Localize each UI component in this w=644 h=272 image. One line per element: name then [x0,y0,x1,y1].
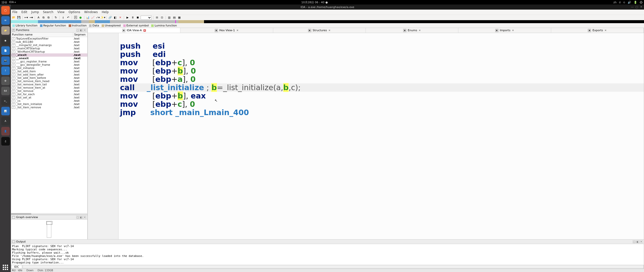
dock-monitor[interactable]: 📊 [1,107,10,115]
graph-icon[interactable]: ◧ [113,16,117,20]
function-row[interactable]: f_list_for_each.text [11,93,87,96]
disasm-view[interactable]: push esi push edi mov [ebp+c], 0 mov [eb… [88,33,644,265]
dock-avatar[interactable]: 👤 [1,127,10,135]
tray-power-icon[interactable]: ⏻ [640,1,642,4]
menu-options[interactable]: Options [69,10,80,14]
dock-office[interactable]: 📄 [1,46,10,55]
back-icon[interactable]: ←▾ [24,16,28,20]
function-row[interactable]: f_atexit.text [11,53,87,57]
dock-updates[interactable]: A [1,117,10,125]
tray-ime[interactable]: zh [613,1,617,4]
function-row[interactable]: f_list_add_item_before.text [11,76,87,80]
menu-search[interactable]: Search [43,10,53,14]
close-icon[interactable]: ✕ [640,6,642,8]
tray-battery-icon[interactable]: 🔋 [634,1,637,4]
open-icon[interactable]: 📂 [12,16,16,20]
function-row[interactable]: f_WinMainCRTStartup.text [11,50,87,53]
panel-close-icon[interactable]: ✕ [83,29,86,32]
reanalyze-icon[interactable]: ↻ [54,16,58,20]
show-apps-button[interactable] [3,265,8,270]
function-row[interactable]: f_mainCRTStartup.text [11,47,87,50]
function-row[interactable]: f___gcc_deregister_frame.text [11,63,87,66]
struct-icon[interactable]: ▥ [167,16,171,20]
panel-close-icon[interactable]: ✕ [83,216,86,219]
bin-search-icon[interactable]: ⧉ [42,16,46,20]
menu-windows[interactable]: Windows [84,10,98,14]
panel-float-icon[interactable]: ◧ [80,29,83,32]
functions-col-segment[interactable]: Segmen [73,32,87,37]
text-search-icon[interactable]: A [36,16,41,20]
save-icon[interactable]: 💾 [17,16,21,20]
view-tab[interactable]: ▦Hex View-1✕ [180,28,273,33]
clock[interactable]: 10月28日 06 : 40 [301,1,325,4]
function-row[interactable]: f_list_remove_item_at.text [11,86,87,89]
function-row[interactable]: f_list_remove_item_head.text [11,80,87,83]
dock-screenshot[interactable]: 📷 [1,56,10,65]
dock-terminal[interactable]: >_ [1,97,10,105]
view-tab[interactable]: ▦IDA View-A✕ [88,28,180,33]
panel-restore-icon[interactable]: ▢ [633,240,636,243]
function-row[interactable]: f_list_set_at.text [11,96,87,99]
chart-icon[interactable]: 📊 [86,16,90,20]
next-search-icon[interactable]: ⧉ [47,16,51,20]
dock-music[interactable]: ♫ [1,137,10,146]
tray[interactable]: zh ⎚ ⎋ 🔊 🔋 ⏻ [613,1,642,4]
debugger-select[interactable] [141,16,152,20]
disasm-code[interactable]: push esi push edi mov [ebp+c], 0 mov [eb… [118,33,644,265]
functions-col-name[interactable]: Function name [11,32,73,37]
view-tab[interactable]: ▦Enums✕ [366,28,458,33]
function-row[interactable]: f_list_item_remove.text [11,106,87,109]
function-row[interactable]: f__onexit.text [11,57,87,60]
panel-close-icon[interactable]: ✕ [640,240,643,243]
navigation-band[interactable] [11,20,644,23]
bp-icon[interactable]: ⊟ [155,16,159,20]
app-menu[interactable]: IDA [9,1,16,4]
tab-close-icon[interactable]: ✕ [143,29,146,32]
tab-close-icon[interactable]: ✕ [512,29,514,32]
tab-close-icon[interactable]: ✕ [329,29,331,32]
forward-icon[interactable]: →▾ [29,16,33,20]
output-text[interactable]: Plan FLIRT signature: SEH for vc7-14 Mar… [11,244,644,265]
idc-tab[interactable]: IDC [11,265,22,269]
menu-jump[interactable]: Jump [31,10,39,14]
debug-stop-icon[interactable]: ⏹ [136,16,140,20]
panel-float-icon[interactable]: ◧ [80,216,83,219]
tab-close-icon[interactable]: ✕ [419,29,421,32]
view-tab[interactable]: ▦Imports✕ [458,28,551,33]
dock-chromium[interactable]: ◯ [1,6,10,15]
dock-thunderbird[interactable]: ✉ [1,16,10,25]
function-row[interactable]: f___gcc_register_frame.text [11,60,87,63]
function-row[interactable]: f_cs.text [11,99,87,103]
cancel-icon[interactable]: ✕ [118,16,122,20]
minimize-icon[interactable]: — [631,6,633,8]
run-icon[interactable]: ● [78,16,83,20]
menu-edit[interactable]: Edit [21,10,27,14]
dock-help[interactable]: ? [1,66,10,75]
tab-close-icon[interactable]: ✕ [236,29,238,32]
dock-settings[interactable]: ⚙ [1,77,10,85]
graph-viewport[interactable] [46,221,52,225]
menu-help[interactable]: Help [102,10,108,14]
dock-files[interactable]: 📁 [1,26,10,35]
wand-icon[interactable]: ✨▾ [101,16,105,20]
dock-ida[interactable]: 64 [1,87,10,95]
function-row[interactable]: f_list_initialize.text [11,66,87,70]
panel-restore-icon[interactable]: ▢ [76,29,79,32]
idc-input[interactable] [23,265,644,268]
function-row[interactable]: f__mingw32_init_mainargs.text [11,44,87,47]
dock-rhythmbox[interactable]: ◉ [1,36,10,45]
view-tab[interactable]: ▦Exports✕ [551,28,644,33]
menu-view[interactable]: View [57,10,64,14]
view-tab[interactable]: ▦Structures✕ [273,28,366,33]
link-icon[interactable]: 🔗 [108,16,112,20]
function-row[interactable]: f_list_remove_item_tail.text [11,83,87,86]
bp2-icon[interactable]: ⊡ [160,16,164,20]
hex-icon[interactable]: 🄰 [73,16,77,20]
panel-float-icon[interactable]: ◧ [636,240,639,243]
menu-file[interactable]: File [12,10,17,14]
struct2-icon[interactable]: ▤ [172,16,176,20]
functions-hscroll[interactable] [11,213,87,215]
function-row[interactable]: f_list_add_item_after.text [11,73,87,76]
mark-icon[interactable]: ✓▾ [96,16,100,20]
maximize-icon[interactable]: ▢ [635,6,638,8]
